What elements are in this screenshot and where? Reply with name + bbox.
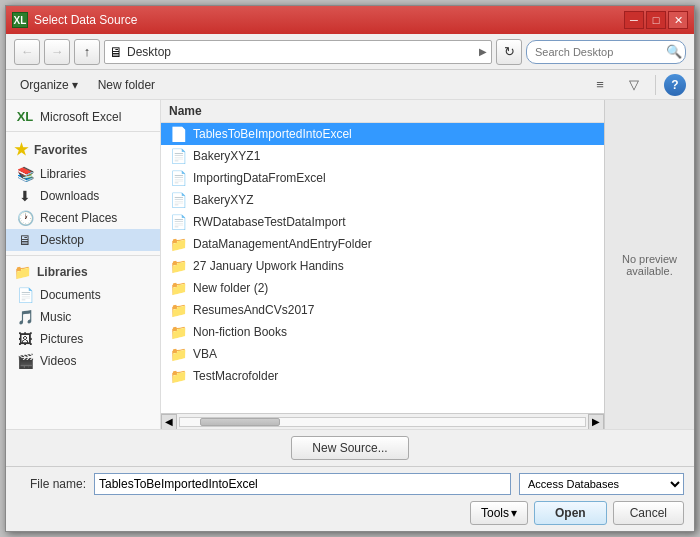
search-button[interactable]: 🔍 — [666, 44, 682, 59]
pdf-icon: 📄 — [169, 214, 187, 230]
file-name: RWDatabaseTestDataImport — [193, 215, 346, 229]
list-item[interactable]: 📁Non-fiction Books — [161, 321, 604, 343]
sidebar-item-downloads[interactable]: ⬇ Downloads — [6, 185, 160, 207]
list-item[interactable]: 📄TablesToBeImportedIntoExcel — [161, 123, 604, 145]
downloads-icon: ⬇ — [16, 188, 34, 204]
address-arrow: ▶ — [479, 46, 487, 57]
forward-button[interactable]: → — [44, 39, 70, 65]
sidebar-item-music[interactable]: 🎵 Music — [6, 306, 160, 328]
list-item[interactable]: 📁27 January Upwork Handins — [161, 255, 604, 277]
scroll-track — [179, 417, 586, 427]
sidebar: XL Microsoft Excel ★ Favorites 📚 Librari… — [6, 100, 161, 429]
sidebar-item-desktop[interactable]: 🖥 Desktop — [6, 229, 160, 251]
filetype-dropdown[interactable]: Access Databases — [519, 473, 684, 495]
title-bar: XL Select Data Source ─ □ ✕ — [6, 6, 694, 34]
preview-text: No preview available. — [622, 253, 677, 277]
bottom-area: File name: Access Databases Tools ▾ Open… — [6, 466, 694, 531]
downloads-label: Downloads — [40, 189, 99, 203]
scroll-thumb — [200, 418, 280, 426]
music-label: Music — [40, 310, 71, 324]
refresh-button[interactable]: ↻ — [496, 39, 522, 65]
view-button[interactable]: ≡ — [587, 74, 613, 96]
sidebar-favorites-header[interactable]: ★ Favorites — [6, 136, 160, 163]
list-item[interactable]: 📁DataManagementAndEntryFolder — [161, 233, 604, 255]
list-item[interactable]: 📄RWDatabaseTestDataImport — [161, 211, 604, 233]
file-list[interactable]: 📄TablesToBeImportedIntoExcel📄BakeryXYZ1📄… — [161, 123, 604, 413]
videos-icon: 🎬 — [16, 353, 34, 369]
libraries-icon: 📚 — [16, 166, 34, 182]
videos-label: Videos — [40, 354, 76, 368]
file-name: BakeryXYZ1 — [193, 149, 260, 163]
divider — [655, 75, 656, 95]
file-name: ResumesAndCVs2017 — [193, 303, 314, 317]
back-button[interactable]: ← — [14, 39, 40, 65]
organize-button[interactable]: Organize ▾ — [14, 76, 84, 94]
folder-icon: 📁 — [169, 346, 187, 362]
maximize-button[interactable]: □ — [646, 11, 666, 29]
list-item[interactable]: 📁ResumesAndCVs2017 — [161, 299, 604, 321]
file-list-header: Name — [161, 100, 604, 123]
dialog-title: Select Data Source — [34, 13, 137, 27]
divider-1 — [6, 131, 160, 132]
folder-icon: 📁 — [169, 324, 187, 340]
tools-button[interactable]: Tools ▾ — [470, 501, 528, 525]
folder-icon: 📁 — [169, 258, 187, 274]
scroll-right-button[interactable]: ▶ — [588, 414, 604, 430]
title-bar-left: XL Select Data Source — [12, 12, 137, 28]
folder-icon: 📁 — [169, 280, 187, 296]
divider-2 — [6, 255, 160, 256]
list-item[interactable]: 📄BakeryXYZ1 — [161, 145, 604, 167]
pictures-label: Pictures — [40, 332, 83, 346]
new-source-row: New Source... — [6, 429, 694, 466]
libraries-label: Libraries — [40, 167, 86, 181]
sidebar-libraries-header[interactable]: 📁 Libraries — [6, 260, 160, 284]
filename-input[interactable] — [94, 473, 511, 495]
file-name: ImportingDataFromExcel — [193, 171, 326, 185]
sidebar-excel-label: Microsoft Excel — [40, 110, 121, 124]
excel-icon: XL — [12, 12, 28, 28]
dialog-window: XL Select Data Source ─ □ ✕ ← → ↑ 🖥 Desk… — [5, 5, 695, 532]
close-button[interactable]: ✕ — [668, 11, 688, 29]
view-button-2[interactable]: ▽ — [621, 74, 647, 96]
recent-places-label: Recent Places — [40, 211, 117, 225]
address-bar[interactable]: 🖥 Desktop ▶ — [104, 40, 492, 64]
list-item[interactable]: 📄BakeryXYZ — [161, 189, 604, 211]
file-name: DataManagementAndEntryFolder — [193, 237, 372, 251]
pdf-icon: 📄 — [169, 148, 187, 164]
file-name: BakeryXYZ — [193, 193, 254, 207]
cancel-button[interactable]: Cancel — [613, 501, 684, 525]
sidebar-item-recent-places[interactable]: 🕐 Recent Places — [6, 207, 160, 229]
file-name: 27 January Upwork Handins — [193, 259, 344, 273]
filename-label: File name: — [16, 477, 86, 491]
sidebar-item-microsoft-excel[interactable]: XL Microsoft Excel — [6, 106, 160, 127]
pdf-icon: 📄 — [169, 126, 187, 142]
sidebar-item-documents[interactable]: 📄 Documents — [6, 284, 160, 306]
list-item[interactable]: 📁New folder (2) — [161, 277, 604, 299]
new-folder-button[interactable]: New folder — [92, 76, 161, 94]
new-source-button[interactable]: New Source... — [291, 436, 408, 460]
recent-places-icon: 🕐 — [16, 210, 34, 226]
second-toolbar: Organize ▾ New folder ≡ ▽ ? — [6, 70, 694, 100]
sidebar-item-libraries[interactable]: 📚 Libraries — [6, 163, 160, 185]
help-button[interactable]: ? — [664, 74, 686, 96]
search-input[interactable] — [526, 40, 686, 64]
file-name: Non-fiction Books — [193, 325, 287, 339]
content-area: XL Microsoft Excel ★ Favorites 📚 Librari… — [6, 100, 694, 429]
favorites-label: Favorites — [34, 143, 87, 157]
sidebar-item-videos[interactable]: 🎬 Videos — [6, 350, 160, 372]
organize-chevron: ▾ — [72, 78, 78, 92]
file-name: TestMacrofolder — [193, 369, 278, 383]
folder-icon: 📁 — [169, 368, 187, 384]
sidebar-item-pictures[interactable]: 🖼 Pictures — [6, 328, 160, 350]
folder-icon: 📁 — [169, 302, 187, 318]
favorites-icon: ★ — [14, 140, 28, 159]
open-button[interactable]: Open — [534, 501, 607, 525]
scroll-left-button[interactable]: ◀ — [161, 414, 177, 430]
list-item[interactable]: 📄ImportingDataFromExcel — [161, 167, 604, 189]
list-item[interactable]: 📁TestMacrofolder — [161, 365, 604, 387]
horizontal-scrollbar[interactable]: ◀ ▶ — [161, 413, 604, 429]
list-item[interactable]: 📁VBA — [161, 343, 604, 365]
file-name: VBA — [193, 347, 217, 361]
up-button[interactable]: ↑ — [74, 39, 100, 65]
minimize-button[interactable]: ─ — [624, 11, 644, 29]
